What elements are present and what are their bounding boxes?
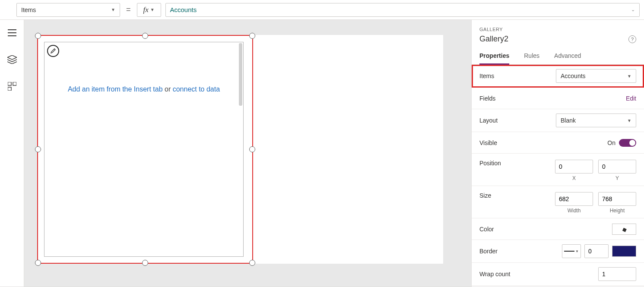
prop-visible-label: Visible	[479, 139, 497, 146]
layers-icon[interactable]	[7, 54, 17, 65]
pane-header: GALLERY Gallery2 ?	[472, 20, 644, 44]
visible-toggle[interactable]	[619, 139, 636, 147]
prop-border-row: Border ▼	[472, 240, 644, 263]
formula-bar: Items ▼ = fx ▼ Accounts ⌄	[0, 0, 644, 20]
resize-handle[interactable]	[35, 146, 41, 152]
chevron-down-icon: ▼	[575, 249, 579, 253]
insert-link[interactable]: Add an item from the Insert tab	[68, 85, 163, 93]
fx-button[interactable]: fx ▼	[137, 3, 161, 17]
border-width-input[interactable]	[584, 244, 609, 258]
control-name[interactable]: Gallery2	[479, 35, 508, 44]
prop-size-row: Size Width Height	[472, 186, 644, 218]
paint-bucket-icon: ◆	[621, 225, 628, 233]
wrap-count-input[interactable]	[598, 267, 636, 281]
artboard[interactable]: Add an item from the Insert tab or conne…	[37, 35, 443, 264]
edit-icon[interactable]	[47, 45, 59, 57]
size-width-input[interactable]	[555, 192, 593, 206]
prop-size-label: Size	[479, 192, 491, 199]
fields-edit-link[interactable]: Edit	[626, 95, 636, 102]
resize-handle[interactable]	[35, 33, 41, 39]
gallery-placeholder: Add an item from the Insert tab or conne…	[44, 85, 243, 93]
prop-position-row: Position X Y	[472, 154, 644, 186]
resize-handle[interactable]	[142, 260, 148, 266]
gallery-control[interactable]: Add an item from the Insert tab or conne…	[44, 42, 244, 257]
items-dropdown[interactable]: Accounts ▼	[556, 69, 636, 83]
properties-pane: GALLERY Gallery2 ? Properties Rules Adva…	[471, 20, 644, 287]
prop-color-row: Color ◆	[472, 218, 644, 240]
prop-fields-label: Fields	[479, 95, 495, 102]
prop-layout-row: Layout Blank ▼	[472, 109, 644, 132]
prop-color-label: Color	[479, 226, 494, 233]
layout-dropdown[interactable]: Blank ▼	[556, 114, 636, 127]
position-x-sublabel: X	[572, 175, 576, 181]
components-icon[interactable]	[7, 81, 17, 91]
position-x-input[interactable]	[555, 160, 593, 173]
size-width-sublabel: Width	[568, 208, 581, 214]
prop-wrap-label: Wrap count	[479, 271, 510, 278]
formula-text: Accounts	[170, 6, 197, 13]
prop-items-row: Items Accounts ▼	[472, 65, 644, 88]
prop-visible-row: Visible On	[472, 132, 644, 154]
resize-handle[interactable]	[249, 33, 255, 39]
size-height-sublabel: Height	[610, 208, 625, 214]
border-line-icon	[564, 251, 574, 252]
resize-handle[interactable]	[142, 33, 148, 39]
svg-rect-2	[8, 87, 11, 91]
prop-fields-row: Fields Edit	[472, 88, 644, 109]
hamburger-icon[interactable]	[7, 28, 17, 38]
chevron-down-icon: ▼	[150, 7, 155, 12]
prop-layout-label: Layout	[479, 117, 498, 124]
chevron-down-icon: ▼	[627, 74, 631, 79]
canvas[interactable]: Add an item from the Insert tab or conne…	[24, 20, 471, 287]
position-y-sublabel: Y	[615, 175, 619, 181]
tab-properties[interactable]: Properties	[479, 52, 509, 65]
position-y-input[interactable]	[598, 160, 636, 173]
prop-position-label: Position	[479, 160, 501, 167]
selection-outline[interactable]: Add an item from the Insert tab or conne…	[37, 35, 253, 264]
formula-input[interactable]: Accounts ⌄	[165, 3, 640, 17]
fx-icon: fx	[143, 6, 148, 14]
prop-items-label: Items	[479, 73, 494, 79]
scrollbar-thumb[interactable]	[239, 43, 242, 106]
border-color-picker[interactable]	[612, 246, 636, 257]
prop-wrap-row: Wrap count	[472, 263, 644, 286]
resize-handle[interactable]	[249, 146, 255, 152]
resize-handle[interactable]	[249, 260, 255, 266]
tab-rules[interactable]: Rules	[524, 52, 539, 64]
equals-sign: =	[124, 5, 133, 14]
border-style-dropdown[interactable]: ▼	[562, 244, 581, 258]
help-icon[interactable]: ?	[628, 35, 636, 43]
prop-border-label: Border	[479, 248, 498, 255]
property-selector[interactable]: Items ▼	[16, 3, 120, 17]
chevron-down-icon: ▼	[627, 118, 631, 123]
svg-rect-0	[8, 82, 11, 85]
connect-data-link[interactable]: connect to data	[173, 85, 220, 93]
tab-advanced[interactable]: Advanced	[554, 52, 581, 64]
visible-state-label: On	[607, 139, 615, 146]
size-height-input[interactable]	[598, 192, 636, 206]
color-picker[interactable]: ◆	[612, 224, 636, 235]
pane-tabs: Properties Rules Advanced	[472, 44, 644, 65]
control-type-label: GALLERY	[479, 27, 636, 32]
chevron-down-icon: ▼	[111, 7, 115, 12]
resize-handle[interactable]	[35, 260, 41, 266]
left-rail	[0, 20, 24, 287]
svg-rect-1	[13, 82, 16, 85]
property-selector-label: Items	[21, 6, 36, 13]
chevron-down-icon: ⌄	[631, 7, 635, 13]
